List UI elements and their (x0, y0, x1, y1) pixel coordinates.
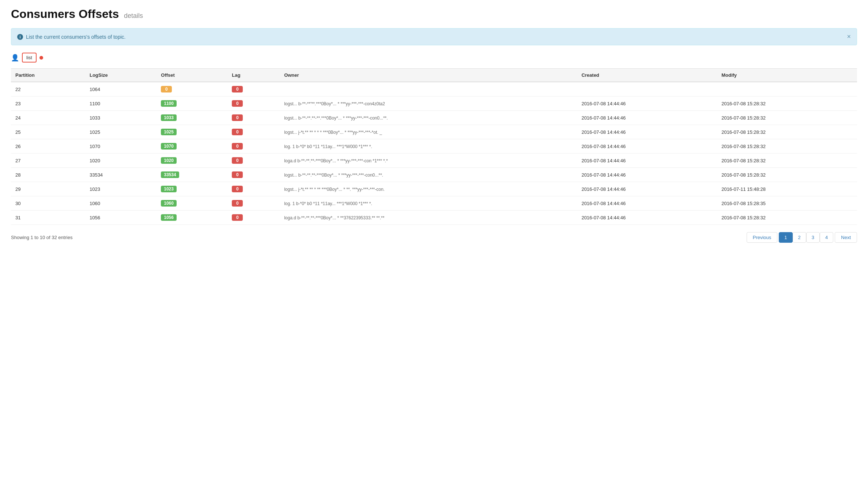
owner-text: loga.d b-**-**.**-***0Boy*... * **376223… (284, 215, 384, 220)
lag-badge: 0 (232, 171, 243, 178)
table-body: 22 1064 0 0 23 1100 1100 0 logst... b-**… (11, 82, 857, 225)
cell-created: 2016-07-08 14:44:46 (577, 168, 717, 182)
col-header-modify: Modify (717, 69, 857, 82)
banner-close-button[interactable]: × (847, 33, 851, 41)
cell-offset: 1023 (156, 182, 227, 196)
owner-text: logst... b-**-**.**-***0Boy*... * ***yy-… (284, 173, 383, 178)
owner-text: log. 1 b-*0* b0 *11 *11ay... ***1*W000 *… (284, 201, 372, 206)
previous-button[interactable]: Previous (747, 232, 778, 243)
cell-created: 2016-07-08 14:44:46 (577, 111, 717, 125)
cell-created: 2016-07-08 14:44:46 (577, 125, 717, 139)
lag-badge: 0 (232, 186, 243, 192)
cell-lag: 0 (227, 97, 280, 111)
next-button[interactable]: Next (835, 232, 857, 243)
cell-created (577, 82, 717, 97)
cell-offset: 1060 (156, 196, 227, 211)
col-header-lag: Lag (227, 69, 280, 82)
cell-created: 2016-07-08 14:44:46 (577, 154, 717, 168)
cell-modify: 2016-07-08 15:28:32 (717, 154, 857, 168)
cell-modify: 2016-07-08 15:28:32 (717, 211, 857, 225)
lag-badge: 0 (232, 114, 243, 121)
toolbar: 👤 list (11, 53, 857, 63)
lag-badge: 0 (232, 100, 243, 107)
cell-lag: 0 (227, 139, 280, 154)
page-button-2[interactable]: 2 (793, 232, 806, 243)
cell-partition: 25 (11, 125, 85, 139)
page-button-4[interactable]: 4 (820, 232, 833, 243)
page-subtitle: details (124, 12, 143, 19)
col-header-created: Created (577, 69, 717, 82)
cell-partition: 27 (11, 154, 85, 168)
table-row: 31 1056 1056 0 loga.d b-**-**.**-***0Boy… (11, 211, 857, 225)
cell-logsize: 33534 (85, 168, 156, 182)
cell-lag: 0 (227, 182, 280, 196)
offset-badge: 1070 (161, 143, 177, 150)
cell-offset: 1020 (156, 154, 227, 168)
cell-logsize: 1060 (85, 196, 156, 211)
cell-partition: 24 (11, 111, 85, 125)
cell-owner (280, 82, 577, 97)
cell-offset: 0 (156, 82, 227, 97)
cell-offset: 1033 (156, 111, 227, 125)
cell-owner: loga.d b-**-**.**-***0Boy*... * **376223… (280, 211, 577, 225)
lag-badge: 0 (232, 157, 243, 164)
cell-logsize: 1100 (85, 97, 156, 111)
info-banner-text: List the current consumers's offsets of … (26, 34, 125, 40)
cell-logsize: 1064 (85, 82, 156, 97)
cell-logsize: 1020 (85, 154, 156, 168)
cell-logsize: 1033 (85, 111, 156, 125)
table-row: 22 1064 0 0 (11, 82, 857, 97)
cell-modify (717, 82, 857, 97)
col-header-logsize: LogSize (85, 69, 156, 82)
list-button[interactable]: list (22, 53, 37, 63)
showing-text: Showing 1 to 10 of 32 entries (11, 235, 72, 240)
page-header: Consumers Offsets details (11, 7, 857, 21)
cell-owner: loga.d b-**-**.**-***0Boy*... * ***yy-**… (280, 154, 577, 168)
owner-text: logst... j-*t.** ** * * * ***0Boy*... * … (284, 130, 382, 135)
cell-offset: 1100 (156, 97, 227, 111)
table-row: 27 1020 1020 0 loga.d b-**-**.**-***0Boy… (11, 154, 857, 168)
cell-offset: 33534 (156, 168, 227, 182)
owner-text: logst... j-*t.** ** * ** ***0Boy*... * *… (284, 187, 385, 192)
status-dot (39, 56, 43, 60)
cell-modify: 2016-07-11 15:48:28 (717, 182, 857, 196)
col-header-partition: Partition (11, 69, 85, 82)
cell-partition: 31 (11, 211, 85, 225)
table-row: 23 1100 1100 0 logst... b-**-**'**.***0B… (11, 97, 857, 111)
pagination: Previous 1234 Next (747, 232, 857, 243)
owner-text: logst... b-**-**.**-**.***0Boy*... * ***… (284, 116, 388, 121)
cell-created: 2016-07-08 14:44:46 (577, 182, 717, 196)
lag-badge: 0 (232, 129, 243, 135)
cell-modify: 2016-07-08 15:28:32 (717, 139, 857, 154)
cell-modify: 2016-07-08 15:28:32 (717, 125, 857, 139)
cell-logsize: 1070 (85, 139, 156, 154)
cell-offset: 1056 (156, 211, 227, 225)
cell-partition: 22 (11, 82, 85, 97)
info-banner-content: i List the current consumers's offsets o… (17, 34, 125, 40)
cell-created: 2016-07-08 14:44:46 (577, 211, 717, 225)
cell-lag: 0 (227, 82, 280, 97)
lag-badge: 0 (232, 214, 243, 221)
cell-owner: logst... j-*t.** ** * * * ***0Boy*... * … (280, 125, 577, 139)
cell-offset: 1070 (156, 139, 227, 154)
page-button-1[interactable]: 1 (779, 232, 792, 243)
owner-text: logst... b-**-**'**.***0Boy*... * ***yy-… (284, 101, 385, 106)
lag-badge: 0 (232, 143, 243, 150)
cell-lag: 0 (227, 111, 280, 125)
cell-logsize: 1056 (85, 211, 156, 225)
cell-offset: 1025 (156, 125, 227, 139)
cell-partition: 23 (11, 97, 85, 111)
cell-lag: 0 (227, 211, 280, 225)
page-button-3[interactable]: 3 (806, 232, 820, 243)
col-header-offset: Offset (156, 69, 227, 82)
page-title: Consumers Offsets (11, 7, 119, 20)
cell-owner: logst... b-**-**.**-***0Boy*... * ***yy-… (280, 168, 577, 182)
cell-created: 2016-07-08 14:44:46 (577, 196, 717, 211)
table-row: 25 1025 1025 0 logst... j-*t.** ** * * *… (11, 125, 857, 139)
lag-badge: 0 (232, 200, 243, 207)
table-row: 24 1033 1033 0 logst... b-**-**.**-**.**… (11, 111, 857, 125)
offsets-table: Partition LogSize Offset Lag Owner Creat… (11, 68, 857, 225)
cell-logsize: 1025 (85, 125, 156, 139)
offset-badge: 1023 (161, 186, 177, 192)
cell-lag: 0 (227, 196, 280, 211)
